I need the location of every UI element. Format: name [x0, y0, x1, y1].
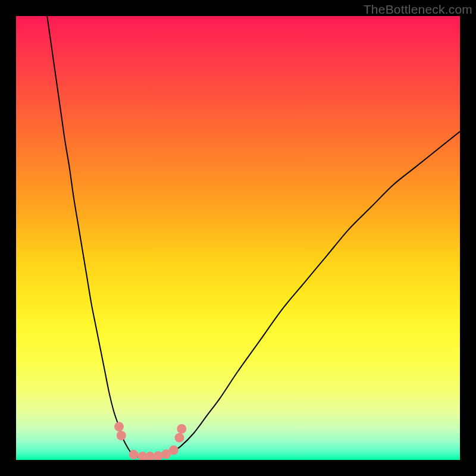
highlight-dot — [175, 433, 184, 443]
chart-svg — [16, 16, 460, 460]
highlight-dot — [117, 431, 126, 440]
highlight-dot — [154, 451, 163, 460]
curve-right-branch — [171, 131, 460, 452]
chart-frame: TheBottleneck.com — [0, 0, 476, 476]
curve-left-branch — [47, 16, 136, 456]
watermark-label: TheBottleneck.com — [364, 2, 472, 17]
highlight-dot — [129, 450, 139, 459]
highlight-dots — [114, 422, 186, 460]
highlight-dot — [114, 422, 124, 431]
curve-group — [47, 16, 460, 458]
highlight-dot — [169, 446, 178, 455]
plot-area — [16, 16, 460, 460]
highlight-dot — [177, 424, 186, 434]
